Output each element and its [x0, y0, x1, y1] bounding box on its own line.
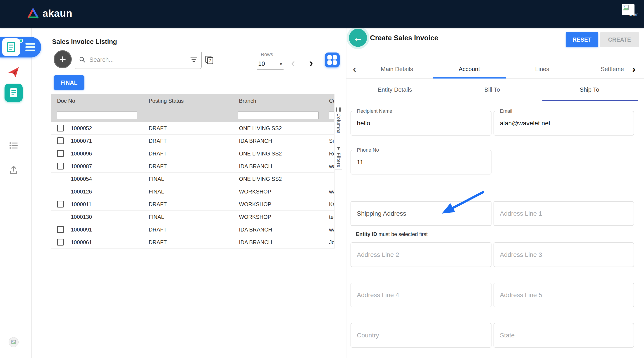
row-checkbox[interactable]: [57, 239, 64, 246]
header-doc-no[interactable]: Doc No: [57, 94, 75, 108]
subtab-ship-to[interactable]: Ship To: [580, 78, 599, 101]
row-checkbox[interactable]: [57, 137, 64, 144]
chevron-left-icon: ‹: [291, 57, 295, 69]
search-input[interactable]: [89, 56, 187, 64]
table-row[interactable]: 1000071 DRAFT IDA BRANCH Si: [51, 135, 334, 147]
create-button[interactable]: CREATE: [600, 32, 639, 47]
subtab-bill-to[interactable]: Bill To: [484, 78, 500, 101]
country-placeholder: Country: [357, 332, 379, 339]
reset-button[interactable]: RESET: [566, 32, 598, 47]
cell-doc-no: 1000071: [71, 135, 92, 147]
cell-doc-no: 1000091: [71, 223, 92, 236]
header-posting-status[interactable]: Posting Status: [149, 94, 184, 108]
top-navbar: akaun user: [0, 0, 644, 28]
sidebar-item-red-app[interactable]: [8, 66, 20, 78]
phone-no-value: 11: [357, 159, 364, 166]
next-page-button[interactable]: ›: [305, 56, 318, 70]
search-box: [75, 51, 202, 69]
table-row[interactable]: 1000011 DRAFT WORKSHOP Ka: [51, 198, 334, 211]
previous-page-button[interactable]: ‹: [287, 56, 299, 70]
rows-per-page-value: 10: [258, 60, 265, 68]
address-line-1-placeholder: Address Line 1: [500, 210, 542, 217]
sidebar-user-avatar[interactable]: [8, 337, 18, 347]
rows-per-page-select[interactable]: 10 ▾: [257, 58, 284, 70]
grid-view-button[interactable]: [325, 52, 340, 68]
create-panel-title: Create Sales Invoice: [370, 34, 438, 42]
phone-no-field[interactable]: Phone No 11: [350, 150, 492, 174]
table-row[interactable]: 1000126 FINAL WORKSHOP wa: [51, 185, 334, 198]
row-checkbox[interactable]: [57, 150, 64, 157]
user-avatar[interactable]: user: [622, 4, 643, 19]
header-customer[interactable]: Cu: [329, 94, 334, 108]
cell-branch: IDA BRANCH: [239, 236, 272, 248]
address-line-4-field[interactable]: Address Line 4: [350, 283, 492, 307]
duplicate-pages-button[interactable]: 2: [205, 55, 214, 65]
table-row[interactable]: 1000052 DRAFT ONE LIVING SS2: [51, 122, 334, 135]
tab-account[interactable]: Account: [459, 60, 480, 78]
table-row[interactable]: 1000096 DRAFT ONE LIVING SS2 Re: [51, 147, 334, 160]
filters-side-tab[interactable]: Filters: [335, 144, 342, 170]
cell-posting-status: DRAFT: [149, 223, 167, 236]
funnel-icon: [336, 146, 341, 151]
tabs-scroll-left-button[interactable]: ‹: [350, 63, 360, 75]
subtab-entity-details[interactable]: Entity Details: [378, 78, 412, 101]
app-root: akaun user: [0, 0, 644, 358]
email-field[interactable]: Email alan@wavelet.net: [494, 111, 634, 136]
search-icon: [79, 56, 86, 63]
cell-customer: Ka: [329, 198, 334, 210]
table-row[interactable]: 1000087 DRAFT IDA BRANCH wa: [51, 160, 334, 173]
address-line-1-field[interactable]: Address Line 1: [494, 201, 634, 226]
state-placeholder: State: [500, 332, 514, 339]
avatar-alt-text: user: [628, 12, 638, 17]
cell-branch: IDA BRANCH: [239, 160, 272, 172]
address-line-3-field[interactable]: Address Line 3: [494, 242, 634, 267]
row-checkbox[interactable]: [57, 163, 64, 170]
sidebar-item-listing[interactable]: [8, 140, 18, 150]
cell-branch: ONE LIVING SS2: [239, 173, 282, 185]
table-row[interactable]: 1000054 FINAL ONE LIVING SS2: [51, 173, 334, 185]
upload-icon: [8, 165, 18, 175]
back-button[interactable]: ←: [349, 29, 367, 47]
recipient-name-value: hello: [357, 120, 370, 127]
table-row[interactable]: 1000130 FINAL WORKSHOP te: [51, 211, 334, 223]
columns-side-tab[interactable]: Columns: [335, 105, 342, 142]
branch-filter-input[interactable]: [238, 111, 318, 119]
row-checkbox[interactable]: [57, 125, 64, 132]
filter-list-icon[interactable]: [190, 56, 197, 63]
tabs-scroll-right-button[interactable]: ›: [629, 63, 639, 75]
notification-dot: [19, 39, 23, 43]
chevron-right-icon: ›: [632, 64, 636, 74]
cell-posting-status: DRAFT: [149, 160, 167, 172]
header-branch[interactable]: Branch: [239, 94, 256, 108]
sidebar-item-upload[interactable]: [8, 165, 18, 175]
table-row[interactable]: 1000061 DRAFT IDA BRANCH Jo: [51, 236, 334, 249]
shipping-address-field[interactable]: Shipping Address: [350, 201, 492, 226]
final-filter-button[interactable]: FINAL: [54, 75, 84, 90]
cell-doc-no: 1000126: [71, 185, 92, 198]
cell-doc-no: 1000130: [71, 211, 92, 223]
pages-count-badge: 2: [209, 58, 211, 63]
recipient-name-field[interactable]: Recipient Name hello: [350, 111, 492, 136]
brand-logo[interactable]: akaun: [27, 8, 72, 19]
create-sales-invoice-panel: ← Create Sales Invoice RESET CREATE ‹ Ma…: [346, 28, 644, 358]
akaun-triangle-icon: [27, 8, 39, 18]
tab-main-details[interactable]: Main Details: [380, 60, 413, 78]
tab-lines[interactable]: Lines: [535, 60, 549, 78]
drag-bars-icon: [336, 108, 341, 112]
grid-icon: [327, 55, 337, 65]
table-row[interactable]: 1000091 DRAFT IDA BRANCH wa: [51, 223, 334, 236]
customer-filter-input[interactable]: [329, 111, 334, 119]
cell-doc-no: 1000011: [71, 198, 92, 210]
menu-toggle-icon[interactable]: [25, 43, 35, 53]
sidebar-item-sales-invoice[interactable]: [4, 84, 23, 102]
add-invoice-button[interactable]: +: [54, 50, 72, 68]
row-checkbox[interactable]: [57, 201, 64, 208]
row-checkbox[interactable]: [57, 226, 64, 233]
sidebar-active-module-pill[interactable]: [0, 37, 41, 58]
tab-settlement[interactable]: Settleme: [601, 60, 624, 78]
doc-no-filter-input[interactable]: [57, 111, 137, 119]
state-field[interactable]: State: [494, 323, 634, 348]
address-line-5-field[interactable]: Address Line 5: [494, 283, 634, 307]
country-field[interactable]: Country: [350, 323, 492, 348]
address-line-2-field[interactable]: Address Line 2: [350, 242, 492, 267]
